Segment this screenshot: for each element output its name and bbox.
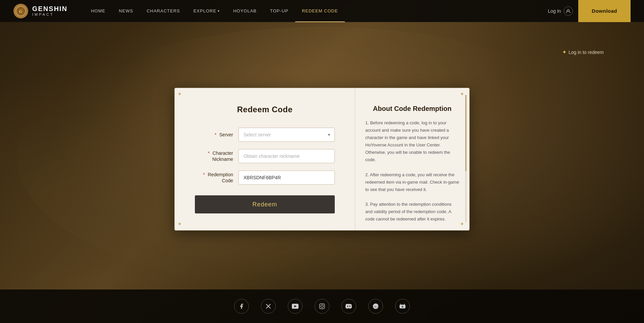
star-icon: ✦ [562, 49, 567, 55]
social-youtube-button[interactable] [288, 299, 303, 314]
svg-text:R: R [375, 306, 376, 308]
server-select-wrapper: Select server America Europe Asia TW, HK… [238, 128, 335, 142]
social-twitter-button[interactable] [261, 299, 276, 314]
code-required-star: * [203, 172, 205, 177]
nav-item-characters[interactable]: CHARACTERS [140, 0, 187, 22]
social-reddit-button[interactable]: R [368, 299, 383, 314]
server-label: Server [219, 132, 233, 137]
nav-item-topup[interactable]: TOP-UP [263, 0, 295, 22]
navbar: G Genshin Impact HOME NEWS CHARACTERS EX… [0, 0, 644, 22]
nickname-row: * CharacterNickname [195, 149, 335, 163]
logo[interactable]: G Genshin Impact [13, 4, 67, 18]
scrollbar-track [465, 95, 467, 222]
social-bilibili-button[interactable]: B [395, 299, 410, 314]
user-icon [564, 6, 573, 16]
explore-chevron-icon: ▾ [218, 9, 220, 13]
scrollbar-thumb [465, 95, 467, 171]
server-select[interactable]: Select server America Europe Asia TW, HK… [238, 128, 335, 142]
redeem-button[interactable]: Redeem [195, 195, 335, 213]
navbar-right: Log In Download [548, 0, 631, 22]
login-label: Log In [548, 8, 561, 14]
nickname-label: CharacterNickname [212, 150, 233, 162]
nav-item-hoyolab[interactable]: HoYoLAB [226, 0, 263, 22]
logo-icon: G [13, 4, 28, 18]
character-nickname-input[interactable] [238, 149, 335, 163]
logo-sub-text: Impact [32, 13, 67, 16]
code-label: RedemptionCode [208, 172, 233, 183]
redeem-card: ✦ ✦ ✦ ✦ Redeem Code * Server Select serv… [174, 88, 470, 231]
svg-rect-5 [320, 304, 325, 309]
nickname-required-star: * [208, 150, 210, 156]
svg-point-6 [321, 305, 323, 308]
social-instagram-button[interactable] [315, 299, 329, 314]
redemption-code-input[interactable] [238, 171, 335, 185]
footer: R B [0, 289, 644, 323]
server-label-group: * Server [195, 132, 238, 138]
logo-main-text: Genshin [32, 5, 67, 12]
code-label-group: * RedemptionCode [195, 172, 238, 184]
social-discord-button[interactable] [341, 299, 356, 314]
nav-item-explore[interactable]: EXPLORE ▾ [187, 0, 226, 22]
download-button[interactable]: Download [578, 0, 631, 22]
nav-item-home[interactable]: HOME [84, 0, 112, 22]
about-panel[interactable]: About Code Redemption 1. Before redeemin… [355, 88, 469, 229]
about-title: About Code Redemption [365, 105, 459, 113]
svg-text:G: G [19, 9, 22, 14]
corner-decoration-tl: ✦ [177, 91, 184, 98]
logo-text: Genshin Impact [32, 5, 67, 16]
main-content: ✦ Log in to redeem ✦ ✦ ✦ ✦ Redeem Code *… [0, 22, 644, 289]
corner-decoration-bl: ✦ [177, 221, 184, 228]
server-row: * Server Select server America Europe As… [195, 128, 335, 142]
nickname-label-group: * CharacterNickname [195, 150, 238, 162]
redeem-form-title: Redeem Code [195, 105, 335, 114]
about-text: 1. Before redeeming a code, log in to yo… [365, 119, 459, 229]
redeem-form-panel: Redeem Code * Server Select server Ameri… [175, 88, 355, 230]
social-facebook-button[interactable] [234, 299, 249, 314]
login-button[interactable]: Log In [548, 6, 573, 16]
svg-text:B: B [402, 306, 404, 308]
nav-item-news[interactable]: NEWS [112, 0, 140, 22]
nav-menu: HOME NEWS CHARACTERS EXPLORE ▾ HoYoLAB T… [84, 0, 548, 22]
svg-point-7 [323, 305, 324, 305]
server-required-star: * [215, 132, 216, 137]
nav-item-redeem-code[interactable]: REDEEM CODE [295, 0, 345, 22]
login-to-redeem-link[interactable]: ✦ Log in to redeem [562, 49, 604, 55]
code-row: * RedemptionCode [195, 171, 335, 185]
